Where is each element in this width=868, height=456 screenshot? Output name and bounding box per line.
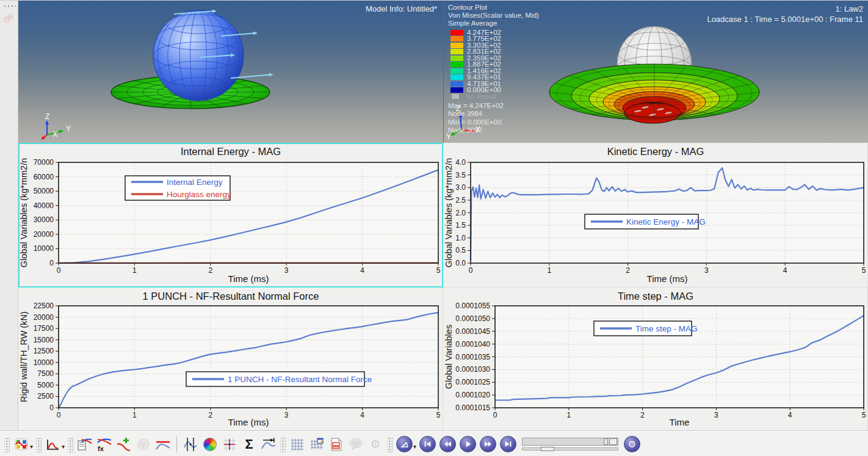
svg-text:Global Variables (kg*mm2/n: Global Variables (kg*mm2/n [19, 158, 29, 267]
svg-text:Internal Energy - MAG: Internal Energy - MAG [181, 146, 281, 157]
svg-text:4.0: 4.0 [455, 158, 466, 167]
last-frame-button[interactable] [500, 436, 516, 452]
section-cut-icon[interactable] [2, 10, 16, 24]
chart-pane-punch-normal-force[interactable]: 0123450250050007500100001250015000175002… [18, 288, 443, 431]
model-info-label: Model Info: Untitled* [366, 4, 437, 13]
previous-frame-button[interactable] [439, 436, 456, 452]
animation-settings-button[interactable]: ⚙ [624, 436, 640, 452]
contour-stat-line: Node 3697 [448, 126, 539, 135]
bottom-toolbar: ▾ ▾ fx [0, 431, 868, 456]
options-gear-button[interactable]: ⚙ [366, 435, 385, 454]
contour-legend-subtitle: Von Mises(Scalar value, Mid) [448, 12, 539, 20]
svg-text:0.0001035: 0.0001035 [455, 353, 490, 361]
svg-text:Global Variables: Global Variables [444, 325, 454, 389]
svg-text:17500: 17500 [34, 324, 54, 333]
svg-text:1: 1 [132, 266, 137, 275]
model-view-3d[interactable]: Model Info: Untitled* Z Y X [18, 1, 443, 143]
toolbar-grip[interactable] [68, 436, 73, 452]
svg-text:10000: 10000 [34, 244, 54, 253]
axes-button[interactable] [181, 435, 200, 454]
animation-frame-slider[interactable] [522, 438, 618, 446]
contour-stat-line: Node 3984 [448, 110, 539, 118]
frame-slider-handle[interactable] [609, 438, 617, 445]
curve-type-dropdown-icon[interactable]: ▾ [62, 443, 65, 450]
svg-text:4: 4 [783, 266, 787, 275]
measure-button[interactable] [259, 435, 278, 454]
animation-mode-button[interactable] [396, 436, 413, 452]
svg-text:4: 4 [788, 411, 792, 419]
grid-layout-button[interactable] [288, 435, 306, 454]
svg-text:Time step - MAG: Time step - MAG [635, 324, 698, 333]
svg-text:2500: 2500 [37, 392, 54, 400]
svg-text:1 PUNCH - NF-Resultant Normal: 1 PUNCH - NF-Resultant Normal Force [228, 375, 372, 384]
animation-mode-dropdown-icon[interactable]: ▾ [413, 443, 416, 450]
plot-area: 0123450100002000030000400005000060000700… [18, 143, 868, 431]
datum-lines-button[interactable] [154, 435, 172, 454]
svg-text:10000: 10000 [34, 358, 54, 367]
toolbar-grip[interactable] [2, 3, 16, 7]
first-frame-button[interactable] [419, 436, 436, 452]
svg-text:60000: 60000 [34, 173, 54, 181]
svg-text:3.0: 3.0 [455, 183, 466, 192]
svg-text:5: 5 [436, 411, 441, 419]
chart-pane-internal-energy[interactable]: 0123450100002000030000400005000060000700… [18, 143, 443, 288]
svg-text:70000: 70000 [34, 158, 54, 167]
svg-text:0.0001055: 0.0001055 [455, 302, 490, 310]
svg-text:3: 3 [714, 411, 718, 419]
toolbar-grip[interactable] [36, 436, 42, 452]
toolbar-grip[interactable] [387, 436, 392, 452]
notes-button[interactable] [347, 435, 365, 454]
graphics-area: Model Info: Untitled* Z Y X Contour Plot… [18, 1, 868, 143]
contour-legend-title: Contour Plot [448, 4, 539, 12]
toolbar-grip[interactable] [4, 436, 10, 452]
svg-text:Kinetic Energy - MAG: Kinetic Energy - MAG [626, 217, 706, 226]
svg-text:0.0001040: 0.0001040 [455, 340, 490, 349]
contour-level-swatch [450, 74, 463, 80]
contour-legend-averaging: Simple Average [448, 20, 539, 27]
svg-text:40000: 40000 [34, 201, 54, 210]
contour-level-swatch [450, 30, 463, 35]
sum-button[interactable]: Σ [240, 435, 258, 454]
frame-slider-handle-secondary[interactable] [604, 438, 608, 445]
animation-speed-slider[interactable] [522, 447, 618, 451]
svg-text:20000: 20000 [34, 313, 54, 322]
grid-window-button[interactable] [308, 435, 326, 454]
left-toolbar [0, 1, 18, 431]
svg-text:Hourglass energy: Hourglass energy [167, 190, 231, 199]
curve-type-button[interactable] [44, 435, 62, 454]
plot-style-button[interactable] [12, 435, 31, 454]
svg-text:12500: 12500 [34, 347, 54, 355]
svg-text:2: 2 [640, 411, 645, 419]
next-frame-button[interactable] [480, 436, 496, 452]
coordinate-info-button[interactable] [220, 435, 239, 454]
build-plots-button[interactable] [76, 435, 94, 454]
triad-z-label: Z [45, 112, 49, 121]
svg-text:3.5: 3.5 [455, 171, 466, 179]
svg-text:Time (ms): Time (ms) [228, 273, 269, 284]
speed-slider-handle[interactable] [541, 447, 554, 451]
plot-macros-button[interactable] [134, 435, 153, 454]
window-id-label: 1: Law2 [707, 4, 863, 14]
chart-pane-time-step[interactable]: 0123450.00010150.00010200.00010250.00010… [443, 288, 868, 431]
chart-pane-kinetic-energy[interactable]: 0123450.00.51.01.52.02.53.03.54.0Kinetic… [443, 143, 868, 288]
report-layout-button[interactable] [327, 435, 345, 454]
svg-text:3: 3 [284, 411, 289, 419]
toolbar-grip[interactable] [280, 436, 286, 452]
plot-style-dropdown-icon[interactable]: ▾ [30, 443, 33, 450]
contour-legend-no-result: No Result [448, 93, 539, 100]
svg-text:15000: 15000 [34, 336, 54, 344]
svg-text:Time (ms): Time (ms) [228, 417, 269, 427]
add-curve-button[interactable] [115, 435, 133, 454]
contour-stat-line: Max = 4.247E+02 [448, 102, 539, 110]
define-curves-button[interactable]: fx [95, 435, 114, 454]
triad-y-label: Y [66, 125, 71, 133]
svg-text:0: 0 [493, 411, 497, 419]
svg-text:2.5: 2.5 [455, 196, 466, 204]
svg-text:5: 5 [436, 266, 441, 275]
contour-view-3d[interactable]: Contour Plot Von Mises(Scalar value, Mid… [443, 1, 868, 143]
play-button[interactable] [460, 436, 476, 452]
svg-text:Time: Time [670, 417, 690, 427]
svg-text:Kinetic Energy - MAG: Kinetic Energy - MAG [607, 146, 704, 157]
contour-level-swatch [450, 81, 463, 87]
color-palette-button[interactable] [201, 435, 219, 454]
